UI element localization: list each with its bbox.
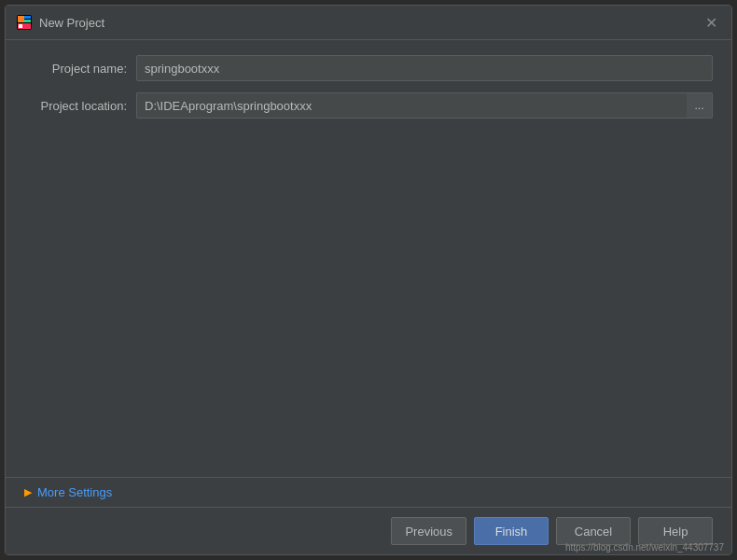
- title-bar: New Project ✕: [6, 6, 731, 40]
- dialog-footer: Previous Finish Cancel Help https://blog…: [6, 507, 731, 554]
- project-location-field-group: ...: [136, 92, 713, 119]
- project-name-input[interactable]: [136, 55, 713, 81]
- svg-rect-1: [18, 16, 24, 22]
- close-button[interactable]: ✕: [702, 13, 720, 32]
- dialog-title: New Project: [39, 16, 702, 30]
- more-settings-label[interactable]: More Settings: [37, 485, 112, 499]
- project-location-label: Project location:: [24, 99, 127, 113]
- app-icon: [17, 15, 32, 30]
- more-settings-section[interactable]: ▶ More Settings: [6, 477, 731, 507]
- svg-rect-2: [24, 16, 31, 19]
- new-project-dialog: New Project ✕ Project name: Project loca…: [5, 5, 732, 555]
- empty-area: [24, 130, 713, 462]
- project-location-input[interactable]: [136, 92, 687, 119]
- watermark-text: https://blog.csdn.net/weixin_44307737: [565, 542, 724, 553]
- dialog-content: Project name: Project location: ...: [6, 40, 731, 477]
- project-name-row: Project name:: [24, 55, 713, 81]
- finish-button[interactable]: Finish: [474, 517, 549, 545]
- browse-button[interactable]: ...: [687, 92, 713, 119]
- project-location-row: Project location: ...: [24, 92, 713, 119]
- more-settings-arrow-icon: ▶: [24, 486, 32, 498]
- svg-rect-3: [24, 20, 31, 22]
- previous-button[interactable]: Previous: [391, 517, 466, 545]
- svg-rect-5: [19, 24, 22, 28]
- cancel-button[interactable]: Cancel: [556, 517, 631, 545]
- help-button[interactable]: Help: [638, 517, 713, 545]
- project-name-label: Project name:: [24, 62, 127, 76]
